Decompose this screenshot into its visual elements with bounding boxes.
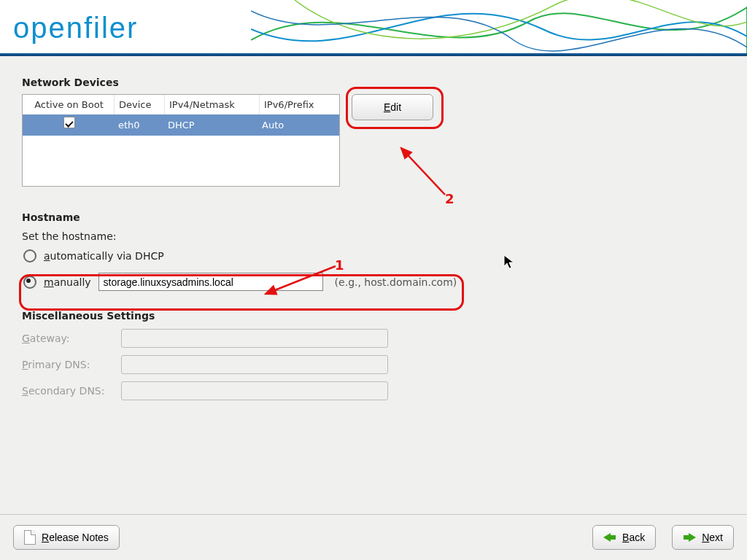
gateway-input: [121, 329, 388, 348]
app-header: openfiler: [0, 0, 747, 53]
header-decoration: [251, 0, 747, 53]
radio-auto-label: automatically via DHCP: [44, 250, 164, 262]
primary-dns-input: [121, 355, 388, 374]
radio-manual-label: manually: [44, 276, 91, 288]
col-ipv6-prefix[interactable]: IPv6/Prefix: [260, 95, 339, 114]
hostname-option-manual[interactable]: manually (e.g., host.domain.com): [22, 273, 725, 291]
cell-ipv4: DHCP: [163, 114, 258, 136]
edit-button[interactable]: Edit: [352, 94, 433, 120]
arrow-left-icon: [603, 532, 616, 542]
network-devices-table[interactable]: Active on Boot Device IPv4/Netmask IPv6/…: [22, 94, 340, 187]
back-button[interactable]: Back: [592, 525, 656, 550]
secondary-dns-input: [121, 381, 388, 400]
radio-auto-dhcp[interactable]: [23, 249, 36, 262]
hostname-input[interactable]: [98, 273, 323, 291]
active-on-boot-checkbox[interactable]: [63, 117, 75, 128]
section-title-hostname: Hostname: [22, 211, 725, 223]
col-ipv4-netmask[interactable]: IPv4/Netmask: [165, 95, 260, 114]
hostname-hint: (e.g., host.domain.com): [335, 276, 457, 288]
release-notes-button[interactable]: Release Notes: [13, 525, 120, 550]
cell-ipv6: Auto: [258, 114, 339, 136]
label-gateway: Gateway:: [22, 332, 121, 344]
next-button[interactable]: Next: [672, 525, 734, 550]
cell-device: eth0: [114, 114, 163, 136]
col-device[interactable]: Device: [115, 95, 165, 114]
arrow-right-icon: [683, 532, 696, 542]
col-active-on-boot[interactable]: Active on Boot: [23, 95, 115, 114]
main-content: Network Devices Active on Boot Device IP…: [0, 56, 747, 514]
table-row[interactable]: eth0 DHCP Auto: [23, 114, 339, 136]
label-primary-dns: Primary DNS:: [22, 359, 121, 370]
radio-manual[interactable]: [23, 276, 36, 289]
label-secondary-dns: Secondary DNS:: [22, 385, 121, 397]
footer-bar: Release Notes Back Next: [0, 515, 747, 560]
hostname-prompt: Set the hostname:: [22, 230, 725, 242]
section-title-misc: Miscellaneous Settings: [22, 310, 725, 322]
document-icon: [24, 530, 36, 545]
section-title-network-devices: Network Devices: [22, 77, 725, 88]
hostname-option-auto[interactable]: automatically via DHCP: [22, 249, 725, 262]
brand-logo: openfiler: [13, 12, 138, 44]
table-header-row: Active on Boot Device IPv4/Netmask IPv6/…: [23, 95, 339, 114]
